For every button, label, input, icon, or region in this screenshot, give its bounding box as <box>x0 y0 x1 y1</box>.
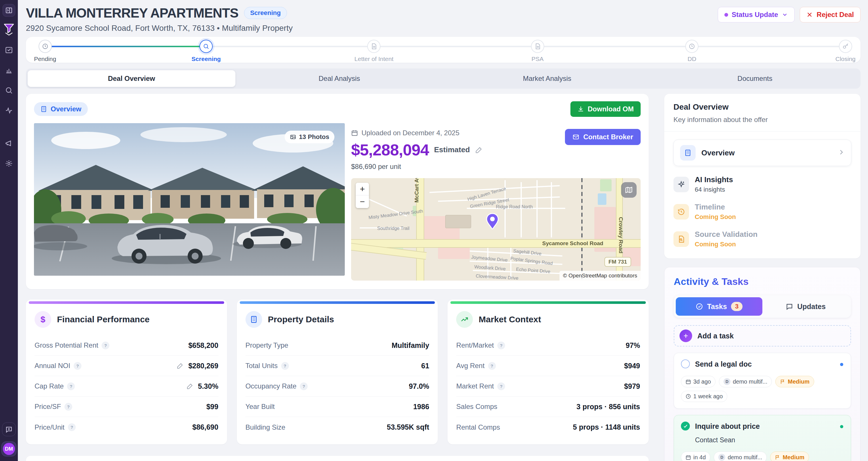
sidebar-announcements-icon[interactable] <box>3 137 15 150</box>
map-street-label: Southridge Trail <box>377 226 409 231</box>
help-icon[interactable]: ? <box>64 403 72 411</box>
stepper-step-psa[interactable]: PSA <box>506 40 569 62</box>
location-map[interactable]: High Laven Terrace Green Ridge Street Ri… <box>351 178 641 281</box>
map-street <box>521 182 522 237</box>
metric-row: Property Type Multifamily <box>246 335 429 356</box>
task-checkbox-checked[interactable] <box>681 422 690 430</box>
right-sidebar-column: Deal Overview Key information about the … <box>664 94 861 461</box>
map-icon <box>625 186 633 194</box>
map-pond <box>598 193 607 205</box>
card-title: Financial Performance <box>57 314 150 324</box>
edit-value-icon[interactable] <box>177 362 184 369</box>
map-zoom-in-button[interactable]: + <box>356 183 369 195</box>
map-street <box>536 180 537 237</box>
metric-row: Year Built 1986 <box>246 397 429 417</box>
help-icon[interactable]: ? <box>74 362 82 370</box>
deal-badge: D demo multif... <box>719 376 772 387</box>
flag-icon <box>775 455 780 460</box>
help-icon[interactable]: ? <box>102 342 110 349</box>
map-road-label-sycamore: Sycamore School Road <box>542 240 603 247</box>
metric-row: Total Units? 61 <box>246 356 429 376</box>
task-card[interactable]: Send a legal doc 3d ago D demo multif... <box>674 353 851 409</box>
add-task-button[interactable]: + Add a task <box>674 325 851 346</box>
tab-market-analysis[interactable]: Market Analysis <box>443 70 651 87</box>
photos-count-badge[interactable]: 13 Photos <box>285 131 334 143</box>
page-header: VILLA MONTERREY APARTMENTS Screening 292… <box>26 5 861 33</box>
metric-row: Sales Comps 3 props · 856 units <box>456 397 640 417</box>
document-icon <box>531 40 544 53</box>
help-icon[interactable]: ? <box>68 423 76 431</box>
trending-up-icon <box>456 311 473 328</box>
map-layers-button[interactable] <box>621 182 637 198</box>
status-update-button[interactable]: Status Update <box>718 7 794 23</box>
download-om-button[interactable]: Download OM <box>570 101 641 117</box>
card-accent-stripe <box>451 301 646 304</box>
task-status-dot <box>840 363 843 366</box>
panel-item-overview[interactable]: Overview <box>674 140 851 166</box>
tab-documents[interactable]: Documents <box>651 70 859 87</box>
tasks-tab[interactable]: Tasks 3 <box>676 297 763 316</box>
map-street <box>551 182 552 237</box>
activity-title: Activity & Tasks <box>674 276 851 287</box>
sidebar-analytics-icon[interactable] <box>3 64 15 76</box>
flag-icon <box>780 379 785 385</box>
contact-broker-button[interactable]: Contact Broker <box>565 129 641 145</box>
panel-title: Deal Overview <box>674 102 851 112</box>
metric-row: Building Size 53.595K sqft <box>246 417 429 437</box>
clock-icon <box>685 394 691 399</box>
tasks-count-badge: 3 <box>731 302 743 311</box>
edit-value-icon[interactable] <box>186 383 193 390</box>
search-icon <box>199 40 213 53</box>
metric-row: Cap Rate? 5.30% <box>34 376 218 397</box>
help-icon[interactable]: ? <box>67 382 75 390</box>
panel-item-ai-insights[interactable]: AI Insights 64 insights <box>674 175 851 193</box>
sidebar-toggle-icon[interactable] <box>3 4 15 17</box>
sidebar-search-icon[interactable] <box>3 84 15 97</box>
metric-row: Annual NOI? $280,269 <box>34 356 218 376</box>
map-road-label-mccart: McCart Avenue <box>413 178 420 203</box>
asking-price: $5,288,094 <box>351 141 429 159</box>
stepper-step-closing[interactable]: Closing <box>814 40 868 62</box>
stepper-step-dd[interactable]: DD <box>660 40 723 62</box>
new-chat-icon[interactable] <box>2 423 16 436</box>
clock-icon <box>685 40 699 53</box>
tab-deal-analysis[interactable]: Deal Analysis <box>236 70 443 87</box>
map-building <box>445 215 471 228</box>
tab-deal-overview[interactable]: Deal Overview <box>28 70 236 87</box>
task-card-completed[interactable]: Inquire about price Contact Sean in 4d D… <box>674 415 851 461</box>
map-zoom-out-button[interactable]: − <box>356 195 369 208</box>
stepper-step-loi[interactable]: Letter of Intent <box>342 40 405 62</box>
edit-price-icon[interactable] <box>475 146 483 154</box>
building-icon <box>680 145 695 160</box>
brokers-header[interactable]: Brokers (2) <box>26 456 649 461</box>
user-avatar-initials: DM <box>3 443 15 455</box>
stepper-step-screening[interactable]: Screening <box>175 40 238 62</box>
help-icon[interactable]: ? <box>497 382 505 390</box>
user-avatar[interactable]: DM <box>1 441 17 456</box>
left-sidebar: DM <box>0 0 18 461</box>
task-checkbox[interactable] <box>681 360 690 368</box>
map-zone <box>438 246 470 259</box>
map-attribution[interactable]: © OpenStreetMap contributors <box>559 271 641 281</box>
property-details-card: Property Details Property Type Multifami… <box>237 300 438 444</box>
help-icon[interactable]: ? <box>497 342 505 349</box>
updates-tab[interactable]: Updates <box>763 297 849 316</box>
building-icon <box>246 311 262 328</box>
help-icon[interactable]: ? <box>300 382 308 390</box>
sidebar-settings-icon[interactable] <box>3 157 15 170</box>
brand-funnel-logo[interactable] <box>3 23 15 36</box>
main-column: Overview Download OM <box>26 94 649 461</box>
updated-badge: 1 week ago <box>681 391 727 402</box>
help-icon[interactable]: ? <box>488 362 496 370</box>
map-marker-pin <box>486 213 499 231</box>
stepper-step-pending[interactable]: Pending <box>13 40 77 62</box>
reject-deal-button[interactable]: Reject Deal <box>800 7 861 23</box>
help-icon[interactable]: ? <box>281 362 289 370</box>
card-accent-stripe <box>29 301 224 304</box>
image-icon <box>290 134 296 140</box>
check-icon <box>683 424 688 429</box>
market-context-card: Market Context Rent/Market? 97% Avg Rent… <box>447 300 649 444</box>
sidebar-activity-icon[interactable] <box>3 104 15 117</box>
property-photo[interactable]: 13 Photos <box>34 123 345 276</box>
metric-row: Price/SF? $99 <box>34 397 218 417</box>
